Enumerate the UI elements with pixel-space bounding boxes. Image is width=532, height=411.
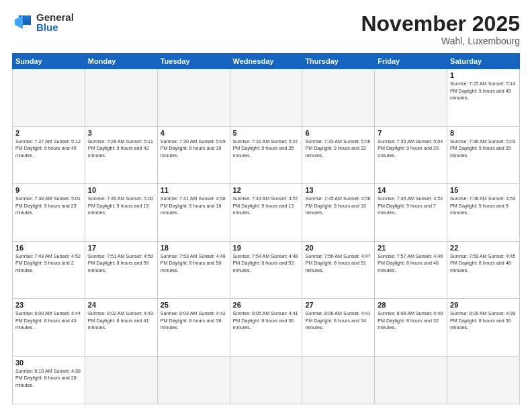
day-info: Sunrise: 7:48 AM Sunset: 4:53 PM Dayligh… — [450, 195, 517, 216]
day-number: 3 — [88, 129, 154, 137]
day-info: Sunrise: 7:41 AM Sunset: 4:58 PM Dayligh… — [161, 195, 227, 216]
table-row: 4Sunrise: 7:30 AM Sunset: 5:09 PM Daylig… — [157, 126, 230, 184]
day-info: Sunrise: 7:53 AM Sunset: 4:49 PM Dayligh… — [161, 253, 227, 274]
col-friday: Friday — [375, 54, 447, 69]
table-row — [447, 356, 520, 404]
table-row: 10Sunrise: 7:40 AM Sunset: 5:00 PM Dayli… — [85, 184, 157, 242]
day-number: 8 — [450, 129, 517, 137]
day-number: 4 — [161, 129, 227, 137]
day-info: Sunrise: 8:05 AM Sunset: 4:41 PM Dayligh… — [233, 310, 300, 331]
day-number: 25 — [161, 301, 227, 309]
table-row: 5Sunrise: 7:31 AM Sunset: 5:07 PM Daylig… — [230, 126, 302, 184]
day-number: 26 — [233, 301, 300, 309]
day-number: 17 — [88, 244, 154, 252]
table-row: 20Sunrise: 7:56 AM Sunset: 4:47 PM Dayli… — [302, 241, 375, 299]
day-info: Sunrise: 7:36 AM Sunset: 5:03 PM Dayligh… — [450, 138, 517, 159]
day-info: Sunrise: 8:10 AM Sunset: 4:38 PM Dayligh… — [15, 368, 82, 389]
day-number: 11 — [161, 186, 227, 194]
day-info: Sunrise: 7:35 AM Sunset: 5:04 PM Dayligh… — [378, 138, 444, 159]
day-number: 5 — [233, 129, 300, 137]
day-number: 18 — [161, 244, 227, 252]
table-row: 29Sunrise: 8:09 AM Sunset: 4:39 PM Dayli… — [447, 299, 520, 357]
day-number: 20 — [305, 244, 371, 252]
table-row: 22Sunrise: 7:59 AM Sunset: 4:45 PM Dayli… — [447, 241, 520, 299]
day-number: 9 — [15, 186, 82, 194]
day-info: Sunrise: 8:06 AM Sunset: 4:41 PM Dayligh… — [305, 310, 371, 331]
day-info: Sunrise: 7:25 AM Sunset: 5:14 PM Dayligh… — [450, 81, 517, 101]
table-row: 12Sunrise: 7:43 AM Sunset: 4:57 PM Dayli… — [230, 184, 302, 242]
svg-marker-1 — [15, 15, 23, 29]
table-row — [230, 356, 302, 404]
day-number: 24 — [88, 301, 154, 309]
table-row: 19Sunrise: 7:54 AM Sunset: 4:48 PM Dayli… — [230, 241, 302, 299]
day-number: 22 — [450, 244, 517, 252]
table-row — [157, 69, 230, 127]
day-number: 30 — [15, 359, 82, 367]
table-row: 14Sunrise: 7:46 AM Sunset: 4:54 PM Dayli… — [375, 184, 447, 242]
day-info: Sunrise: 7:38 AM Sunset: 5:01 PM Dayligh… — [15, 195, 82, 216]
day-number: 12 — [233, 186, 300, 194]
logo-icon — [12, 13, 34, 32]
day-info: Sunrise: 7:27 AM Sunset: 5:12 PM Dayligh… — [15, 138, 82, 159]
table-row: 17Sunrise: 7:51 AM Sunset: 4:50 PM Dayli… — [85, 241, 157, 299]
day-info: Sunrise: 7:30 AM Sunset: 5:09 PM Dayligh… — [161, 138, 227, 159]
table-row — [157, 356, 230, 404]
table-row: 15Sunrise: 7:48 AM Sunset: 4:53 PM Dayli… — [447, 184, 520, 242]
table-row: 11Sunrise: 7:41 AM Sunset: 4:58 PM Dayli… — [157, 184, 230, 242]
logo-text: General Blue — [36, 12, 74, 32]
col-thursday: Thursday — [302, 54, 375, 69]
table-row: 2Sunrise: 7:27 AM Sunset: 5:12 PM Daylig… — [13, 126, 85, 184]
col-saturday: Saturday — [447, 54, 520, 69]
day-info: Sunrise: 7:49 AM Sunset: 4:52 PM Dayligh… — [15, 253, 82, 274]
table-row: 6Sunrise: 7:33 AM Sunset: 5:06 PM Daylig… — [302, 126, 375, 184]
table-row — [302, 356, 375, 404]
col-tuesday: Tuesday — [157, 54, 230, 69]
table-row: 7Sunrise: 7:35 AM Sunset: 5:04 PM Daylig… — [375, 126, 447, 184]
calendar-subtitle: Wahl, Luxembourg — [361, 36, 520, 46]
table-row — [302, 69, 375, 127]
col-sunday: Sunday — [13, 54, 85, 69]
table-row: 9Sunrise: 7:38 AM Sunset: 5:01 PM Daylig… — [13, 184, 85, 242]
day-number: 13 — [305, 186, 371, 194]
table-row: 24Sunrise: 8:02 AM Sunset: 4:43 PM Dayli… — [85, 299, 157, 357]
table-row: 26Sunrise: 8:05 AM Sunset: 4:41 PM Dayli… — [230, 299, 302, 357]
col-monday: Monday — [85, 54, 157, 69]
day-number: 10 — [88, 186, 154, 194]
title-block: November 2025 Wahl, Luxembourg — [361, 12, 520, 46]
day-number: 16 — [15, 244, 82, 252]
day-info: Sunrise: 7:59 AM Sunset: 4:45 PM Dayligh… — [450, 253, 517, 274]
logo-general-text: General — [36, 12, 74, 22]
day-info: Sunrise: 7:40 AM Sunset: 5:00 PM Dayligh… — [88, 195, 154, 216]
day-info: Sunrise: 8:09 AM Sunset: 4:39 PM Dayligh… — [450, 310, 517, 331]
table-row — [230, 69, 302, 127]
table-row: 18Sunrise: 7:53 AM Sunset: 4:49 PM Dayli… — [157, 241, 230, 299]
col-wednesday: Wednesday — [230, 54, 302, 69]
day-number: 15 — [450, 186, 517, 194]
table-row: 25Sunrise: 8:03 AM Sunset: 4:42 PM Dayli… — [157, 299, 230, 357]
day-number: 21 — [378, 244, 444, 252]
calendar-header-row: Sunday Monday Tuesday Wednesday Thursday… — [13, 54, 520, 69]
page: General Blue November 2025 Wahl, Luxembo… — [0, 0, 532, 411]
day-number: 7 — [378, 129, 444, 137]
day-info: Sunrise: 7:33 AM Sunset: 5:06 PM Dayligh… — [305, 138, 371, 159]
day-number: 14 — [378, 186, 444, 194]
day-info: Sunrise: 7:51 AM Sunset: 4:50 PM Dayligh… — [88, 253, 154, 274]
table-row — [85, 69, 157, 127]
table-row: 16Sunrise: 7:49 AM Sunset: 4:52 PM Dayli… — [13, 241, 85, 299]
table-row: 3Sunrise: 7:28 AM Sunset: 5:11 PM Daylig… — [85, 126, 157, 184]
logo: General Blue — [12, 12, 74, 32]
table-row: 30Sunrise: 8:10 AM Sunset: 4:38 PM Dayli… — [13, 356, 85, 404]
day-info: Sunrise: 7:46 AM Sunset: 4:54 PM Dayligh… — [378, 195, 444, 216]
day-info: Sunrise: 8:03 AM Sunset: 4:42 PM Dayligh… — [161, 310, 227, 331]
day-number: 6 — [305, 129, 371, 137]
table-row: 8Sunrise: 7:36 AM Sunset: 5:03 PM Daylig… — [447, 126, 520, 184]
day-info: Sunrise: 8:02 AM Sunset: 4:43 PM Dayligh… — [88, 310, 154, 331]
day-number: 23 — [15, 301, 82, 309]
table-row: 1Sunrise: 7:25 AM Sunset: 5:14 PM Daylig… — [447, 69, 520, 127]
calendar-table: Sunday Monday Tuesday Wednesday Thursday… — [12, 53, 520, 404]
day-number: 28 — [378, 301, 444, 309]
day-info: Sunrise: 7:43 AM Sunset: 4:57 PM Dayligh… — [233, 195, 300, 216]
day-info: Sunrise: 7:54 AM Sunset: 4:48 PM Dayligh… — [233, 253, 300, 274]
table-row: 23Sunrise: 8:00 AM Sunset: 4:44 PM Dayli… — [13, 299, 85, 357]
day-info: Sunrise: 7:45 AM Sunset: 4:56 PM Dayligh… — [305, 195, 371, 216]
